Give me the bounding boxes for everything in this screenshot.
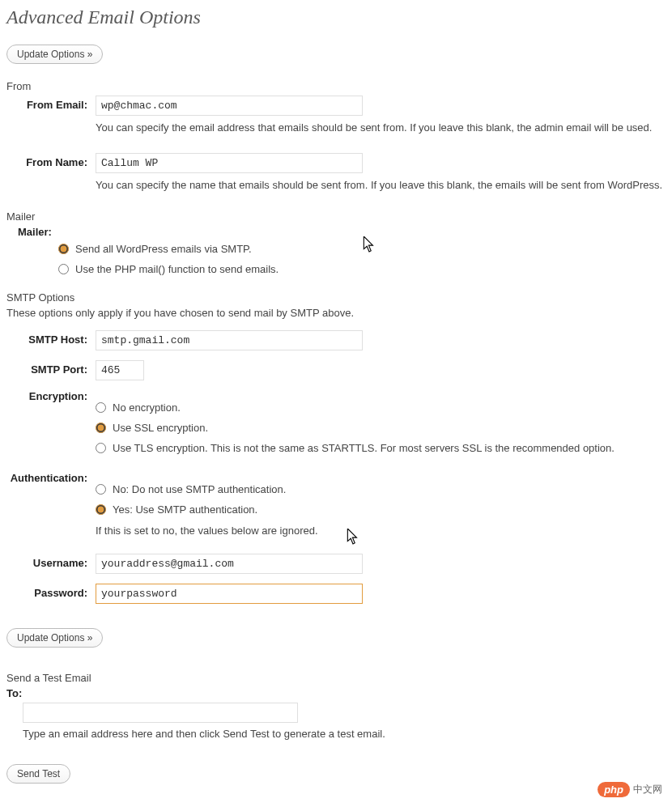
update-options-button-bottom[interactable]: Update Options » <box>6 628 103 648</box>
from-name-description: You can specify the name that emails sho… <box>96 178 666 193</box>
smtp-host-input[interactable] <box>96 330 363 350</box>
mailer-smtp-label: Send all WordPress emails via SMTP. <box>75 243 252 255</box>
mailer-label: Mailer: <box>18 226 666 238</box>
password-label: Password: <box>6 584 96 599</box>
mailer-php-radio[interactable] <box>58 264 69 274</box>
from-name-input[interactable] <box>96 153 363 173</box>
encryption-tls-radio[interactable] <box>96 443 106 453</box>
encryption-tls-label: Use TLS encryption. This is not the same… <box>113 442 615 454</box>
encryption-ssl-radio[interactable] <box>96 423 106 433</box>
auth-yes-radio[interactable] <box>96 504 106 515</box>
smtp-port-input[interactable] <box>96 360 144 380</box>
from-email-label: From Email: <box>6 96 96 111</box>
auth-yes-label: Yes: Use SMTP authentication. <box>113 503 257 516</box>
test-to-label: To: <box>6 687 666 699</box>
from-name-label: From Name: <box>6 153 96 168</box>
encryption-none-label: No encryption. <box>113 401 181 414</box>
auth-note: If this is set to no, the values below a… <box>96 524 666 538</box>
watermark-text: 中文网 <box>633 783 662 790</box>
section-heading-smtp: SMTP Options <box>6 291 666 304</box>
password-input[interactable] <box>96 584 363 604</box>
test-to-input[interactable] <box>23 703 298 723</box>
encryption-label: Encryption: <box>6 390 96 402</box>
auth-no-radio[interactable] <box>96 484 106 495</box>
encryption-ssl-label: Use SSL encryption. <box>113 422 208 434</box>
page-title: Advanced Email Options <box>6 6 666 28</box>
watermark: php 中文网 <box>598 782 662 790</box>
encryption-none-radio[interactable] <box>96 402 106 413</box>
smtp-host-label: SMTP Host: <box>6 330 96 346</box>
username-label: Username: <box>6 554 96 569</box>
from-email-description: You can specify the email address that e… <box>96 121 666 135</box>
update-options-button-top[interactable]: Update Options » <box>6 45 103 64</box>
watermark-badge: php <box>598 782 630 790</box>
mailer-php-label: Use the PHP mail() function to send emai… <box>75 263 279 275</box>
section-heading-from: From <box>6 80 666 92</box>
authentication-label: Authentication: <box>6 472 96 484</box>
section-heading-test: Send a Test Email <box>6 672 666 684</box>
smtp-description: These options only apply if you have cho… <box>6 307 666 319</box>
section-heading-mailer: Mailer <box>6 210 666 223</box>
username-input[interactable] <box>96 554 363 574</box>
auth-no-label: No: Do not use SMTP authentication. <box>113 483 286 495</box>
smtp-port-label: SMTP Port: <box>6 360 96 376</box>
send-test-button[interactable]: Send Test <box>6 764 70 784</box>
from-email-input[interactable] <box>96 96 363 116</box>
test-description: Type an email address here and then clic… <box>23 728 666 740</box>
mailer-smtp-radio[interactable] <box>58 244 69 254</box>
